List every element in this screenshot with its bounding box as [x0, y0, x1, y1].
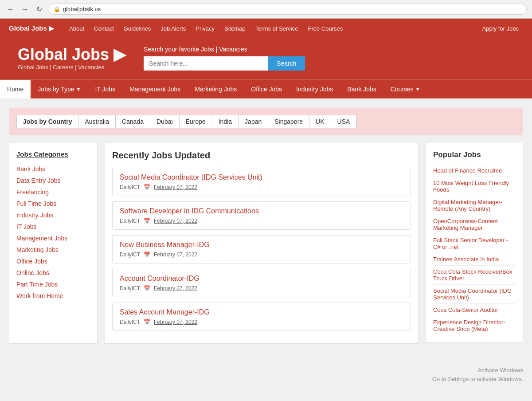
search-button[interactable]: Search — [268, 56, 305, 71]
popular-job-3[interactable]: OpenCorporates-Content Marketing Manager — [433, 215, 516, 234]
sidebar-marketing[interactable]: Marketing Jobs — [16, 244, 90, 256]
popular-job-0[interactable]: Head of Finance-Recruitee — [433, 165, 516, 177]
top-nav-links: About Contact Guidelines Job Alerts Priv… — [65, 19, 478, 38]
job-date-1: February 07, 2022 — [154, 218, 197, 224]
sidebar-part-time[interactable]: Part Time Jobs — [16, 279, 90, 290]
popular-job-5[interactable]: Trainee Associate in India — [433, 253, 516, 266]
recently-updated-title: Recently Jobs Updated — [112, 150, 411, 161]
calendar-icon-1: 📅 — [144, 218, 150, 224]
country-filter: Jobs by Country Australia Canada Dubai E… — [9, 107, 523, 136]
popular-job-8[interactable]: Coca Cola-Senior Auditor — [433, 304, 516, 316]
nav-home[interactable]: Home — [0, 80, 31, 98]
url-bar[interactable]: 🔒 globaljobslk.us — [48, 4, 527, 15]
top-nav-contact[interactable]: Contact — [90, 19, 118, 38]
popular-job-2[interactable]: Digital Marketing Manager-Remote (Any Co… — [433, 196, 516, 215]
sidebar-full-time[interactable]: Full Time Jobs — [16, 198, 90, 209]
popular-job-9[interactable]: Experience Design Director-Creative Shop… — [433, 316, 516, 335]
job-date-4: February 07, 2022 — [154, 319, 197, 325]
country-india[interactable]: India — [212, 115, 239, 128]
content-layout: Jobs Categories Bank Jobs Data Entry Job… — [9, 143, 523, 344]
country-usa[interactable]: USA — [331, 115, 357, 128]
country-singapore[interactable]: Singapore — [268, 115, 309, 128]
calendar-icon-4: 📅 — [144, 319, 150, 325]
search-section: Search your favorite Jobs | Vacancies Se… — [144, 46, 305, 71]
nav-bank-jobs[interactable]: Bank Jobs — [340, 80, 383, 98]
sidebar-freelancing[interactable]: Freelancing — [16, 186, 90, 198]
nav-management-jobs[interactable]: Management Jobs — [122, 80, 188, 98]
popular-job-7[interactable]: Social Media Coordinator (IDG Services U… — [433, 285, 516, 304]
main-nav: Home Jobs by Type ▼ IT Jobs Management J… — [0, 79, 532, 98]
job-card-3: Account Coordinator-IDG DailyICT 📅 Febru… — [112, 269, 411, 297]
country-uk[interactable]: UK — [309, 115, 331, 128]
top-nav-jobalerts[interactable]: Job Alerts — [156, 19, 190, 38]
sidebar-bank-jobs[interactable]: Bank Jobs — [16, 163, 90, 175]
job-meta-4: DailyICT 📅 February 07, 2022 — [120, 319, 403, 325]
reload-button[interactable]: ↻ — [34, 4, 44, 15]
job-meta-0: DailyICT 📅 February 07, 2022 — [120, 184, 403, 190]
sidebar-data-entry[interactable]: Data Entry Jobs — [16, 175, 90, 186]
popular-job-6[interactable]: Coca Cola-Stock Receiver/Box Truck Drive… — [433, 266, 516, 285]
nav-courses[interactable]: Courses ▼ — [383, 80, 427, 98]
sidebar-online[interactable]: Online Jobs — [16, 267, 90, 279]
job-title-2[interactable]: New Business Manager-IDG — [120, 241, 210, 248]
top-nav-guidelines[interactable]: Guidelines — [119, 19, 155, 38]
back-button[interactable]: ← — [5, 4, 16, 15]
url-text: globaljobslk.us — [63, 6, 101, 12]
search-row: Search — [144, 56, 305, 71]
job-source-1: DailyICT — [120, 218, 140, 224]
country-dubai[interactable]: Dubai — [150, 115, 180, 128]
forward-button[interactable]: → — [20, 4, 30, 15]
site-header: Global Jobs ▶ Global Jobs | Careers | Va… — [0, 38, 532, 79]
country-canada[interactable]: Canada — [116, 115, 150, 128]
job-title-0[interactable]: Social Media Coordinator (IDG Services U… — [120, 173, 262, 181]
site-logo-subtitle: Global Jobs | Careers | Vacancies — [18, 64, 126, 71]
job-card-4: Sales Account Manager-IDG DailyICT 📅 Feb… — [112, 303, 411, 331]
job-title-4[interactable]: Sales Account Manager-IDG — [120, 308, 210, 316]
browser-chrome: ← → ↻ 🔒 globaljobslk.us — [0, 0, 532, 19]
calendar-icon-2: 📅 — [144, 252, 150, 258]
top-nav-privacy[interactable]: Privacy — [191, 19, 219, 38]
nav-office-jobs[interactable]: Office Jobs — [244, 80, 289, 98]
site-logo: Global Jobs ▶ Global Jobs | Careers | Va… — [18, 45, 126, 71]
top-nav-sitemap[interactable]: Sitemap — [220, 19, 250, 38]
top-nav-bar: Global Jobs ▶ About Contact Guidelines J… — [0, 19, 532, 38]
job-card-2: New Business Manager-IDG DailyICT 📅 Febr… — [112, 235, 411, 263]
top-nav-about[interactable]: About — [65, 19, 89, 38]
nav-marketing-jobs[interactable]: Marketing Jobs — [188, 80, 244, 98]
popular-job-4[interactable]: Full Stack Senior Developer - C# or .net — [433, 234, 516, 253]
search-input[interactable] — [144, 56, 268, 71]
job-date-2: February 07, 2022 — [154, 252, 197, 258]
sidebar-industry[interactable]: Industry Jobs — [16, 209, 90, 221]
site-logo-title: Global Jobs ▶ — [18, 45, 126, 64]
nav-jobs-by-type[interactable]: Jobs by Type ▼ — [31, 80, 88, 98]
center-content: Recently Jobs Updated Social Media Coord… — [105, 143, 419, 344]
job-source-0: DailyICT — [120, 184, 140, 190]
job-card-0: Social Media Coordinator (IDG Services U… — [112, 168, 411, 196]
apply-for-jobs-link[interactable]: Apply for Jobs — [478, 25, 523, 32]
popular-job-1[interactable]: 10 Most Weight Loss Friendly Foods — [433, 177, 516, 196]
job-title-3[interactable]: Account Coordinator-IDG — [120, 275, 200, 282]
nav-it-jobs[interactable]: IT Jobs — [88, 80, 123, 98]
sidebar-it-jobs[interactable]: IT Jobs — [16, 221, 90, 232]
sidebar-title: Jobs Categories — [16, 150, 90, 158]
job-card-1: Software Developer in IDG Communications… — [112, 201, 411, 230]
calendar-icon-0: 📅 — [144, 184, 150, 190]
sidebar-management[interactable]: Management Jobs — [16, 232, 90, 244]
page-body: Jobs by Country Australia Canada Dubai E… — [0, 98, 532, 353]
nav-industry-jobs[interactable]: Industry Jobs — [289, 80, 340, 98]
country-japan[interactable]: Japan — [239, 115, 268, 128]
job-source-3: DailyICT — [120, 285, 140, 291]
country-europe[interactable]: Europe — [180, 115, 212, 128]
top-nav-logo: Global Jobs ▶ — [9, 24, 54, 32]
country-australia[interactable]: Australia — [78, 115, 115, 128]
top-nav-freecourses[interactable]: Free Courses — [303, 19, 347, 38]
top-nav-tos[interactable]: Terms of Service — [251, 19, 303, 38]
sidebar-office[interactable]: Office Jobs — [16, 256, 90, 267]
calendar-icon-3: 📅 — [144, 285, 150, 291]
country-filter-label[interactable]: Jobs by Country — [16, 115, 78, 128]
left-sidebar: Jobs Categories Bank Jobs Data Entry Job… — [9, 143, 98, 344]
sidebar-work-from-home[interactable]: Work from Home — [16, 290, 90, 302]
job-meta-2: DailyICT 📅 February 07, 2022 — [120, 252, 403, 258]
job-date-3: February 07, 2022 — [154, 285, 197, 291]
job-title-1[interactable]: Software Developer in IDG Communications — [120, 207, 259, 215]
